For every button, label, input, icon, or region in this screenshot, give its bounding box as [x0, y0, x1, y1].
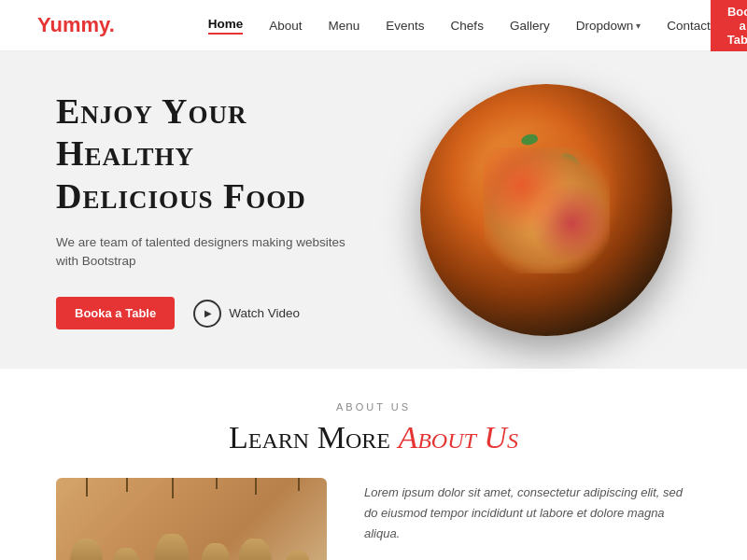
- nav-home[interactable]: Home: [208, 17, 244, 35]
- navbar: Yummy. Home About Menu Events Chefs Gall…: [0, 0, 747, 51]
- about-title: Learn More About Us: [56, 420, 691, 455]
- herb-decoration-1: [557, 150, 581, 172]
- about-title-start: Learn More: [229, 420, 398, 455]
- logo-text: Yummy: [37, 13, 109, 36]
- about-label: ABOUT US: [56, 401, 691, 413]
- lamp-3: [154, 534, 190, 560]
- cord-1: [86, 478, 88, 497]
- logo: Yummy.: [37, 13, 162, 37]
- herb-decoration-3: [541, 221, 557, 234]
- cord-3: [172, 478, 174, 498]
- hero-text-block: Enjoy Your HealthyDelicious Food We are …: [56, 91, 355, 329]
- lamp-1: [70, 539, 103, 560]
- cord-4: [216, 478, 218, 489]
- cord-5: [255, 478, 257, 495]
- cord-6: [298, 478, 300, 491]
- about-title-highlight: About Us: [398, 420, 518, 455]
- lamp-2: [112, 548, 140, 560]
- nav-links: Home About Menu Events Chefs Gallery Dro…: [208, 17, 711, 35]
- lamp-6: [285, 551, 311, 560]
- navbar-book-button[interactable]: Book a Table: [711, 0, 747, 55]
- nav-contact[interactable]: Contact: [667, 19, 711, 33]
- hero-actions: Booka a Table Watch Video: [56, 297, 355, 329]
- nav-chefs[interactable]: Chefs: [451, 19, 484, 33]
- nav-menu[interactable]: Menu: [329, 19, 360, 33]
- hero-section: Enjoy Your HealthyDelicious Food We are …: [0, 51, 747, 369]
- food-image-container: [420, 84, 672, 336]
- about-body-text: Lorem ipsum dolor sit amet, consectetur …: [364, 483, 691, 544]
- hero-book-button[interactable]: Booka a Table: [56, 297, 175, 329]
- about-section: ABOUT US Learn More About Us Lorem ipsum…: [0, 369, 747, 560]
- about-image: [56, 478, 327, 560]
- hero-title: Enjoy Your HealthyDelicious Food: [56, 91, 355, 218]
- watch-video-label: Watch Video: [229, 306, 300, 320]
- nav-dropdown[interactable]: Dropdown: [576, 19, 641, 33]
- about-text-block: Lorem ipsum dolor sit amet, consectetur …: [364, 478, 691, 544]
- food-plate: [420, 84, 672, 336]
- cord-2: [126, 478, 128, 492]
- play-icon: [193, 300, 221, 328]
- logo-dot: .: [109, 13, 115, 36]
- nav-about[interactable]: About: [269, 19, 302, 33]
- about-content: Lorem ipsum dolor sit amet, consectetur …: [56, 478, 691, 560]
- lamp-5: [238, 539, 272, 560]
- nav-events[interactable]: Events: [386, 19, 424, 33]
- herb-decoration-2: [520, 132, 540, 147]
- nav-gallery[interactable]: Gallery: [510, 19, 550, 33]
- lamp-4: [201, 543, 231, 560]
- hero-subtitle: We are team of talented designers making…: [56, 233, 355, 272]
- watch-video-button[interactable]: Watch Video: [193, 300, 300, 328]
